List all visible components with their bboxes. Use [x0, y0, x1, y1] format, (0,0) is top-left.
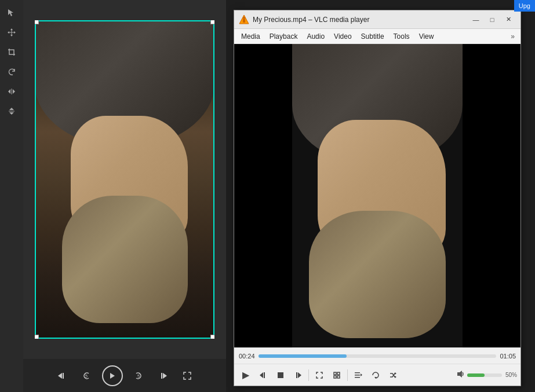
video-letterbox-right — [463, 44, 521, 347]
playback-controls: 5 5 — [23, 359, 226, 392]
svg-marker-26 — [395, 372, 396, 375]
svg-rect-8 — [161, 373, 162, 379]
video-frame-container — [35, 20, 214, 339]
vlc-loop-button[interactable] — [367, 368, 384, 383]
vlc-menubar: Media Playback Audio Video Subtitle Tool… — [234, 29, 521, 44]
vlc-titlebar: My Precious.mp4 – VLC media player — □ ✕ — [234, 10, 521, 29]
svg-rect-14 — [278, 372, 283, 378]
menu-view[interactable]: View — [414, 31, 439, 42]
move-icon[interactable] — [3, 24, 20, 41]
svg-marker-28 — [457, 371, 462, 378]
forward-button[interactable]: 5 — [130, 367, 147, 384]
video-canvas — [23, 0, 226, 359]
svg-text:5: 5 — [85, 374, 88, 378]
menu-media[interactable]: Media — [236, 31, 265, 42]
progress-track[interactable] — [259, 354, 497, 358]
vlc-play-button[interactable]: ▶ — [238, 368, 254, 383]
svg-marker-24 — [361, 373, 362, 376]
rotate-icon[interactable] — [3, 64, 20, 80]
svg-text:5: 5 — [137, 374, 140, 378]
close-button[interactable]: ✕ — [501, 14, 516, 25]
menu-subtitle[interactable]: Subtitle — [356, 31, 389, 42]
vlc-fullscreen-button[interactable] — [311, 368, 327, 383]
total-time: 01:05 — [500, 353, 516, 360]
svg-marker-5 — [110, 373, 115, 379]
volume-area: 50% — [456, 369, 517, 380]
select-icon[interactable] — [3, 5, 20, 21]
upgrade-button[interactable]: Upg — [514, 0, 535, 12]
svg-marker-27 — [395, 376, 396, 378]
vlc-progress-area: 00:24 01:05 — [234, 347, 521, 364]
vlc-playlist-button[interactable] — [350, 368, 366, 383]
vlc-controls: ▶ — [234, 364, 521, 386]
current-time: 00:24 — [239, 353, 255, 360]
separator-2 — [347, 369, 348, 381]
menu-audio[interactable]: Audio — [302, 31, 329, 42]
skip-back-button[interactable] — [53, 367, 71, 384]
video-letterbox-left — [234, 44, 292, 347]
menu-tools[interactable]: Tools — [389, 31, 414, 42]
volume-slider[interactable] — [467, 373, 502, 377]
volume-label: 50% — [505, 372, 517, 378]
progress-fill — [259, 354, 347, 358]
svg-rect-18 — [337, 372, 340, 375]
svg-rect-16 — [296, 372, 297, 378]
vlc-logo-icon — [239, 14, 249, 25]
menu-video[interactable]: Video — [329, 31, 356, 42]
vlc-title: My Precious.mp4 – VLC media player — [253, 16, 468, 24]
svg-rect-1 — [9, 111, 14, 112]
vlc-skip-back-button[interactable] — [255, 368, 271, 383]
svg-rect-17 — [334, 372, 336, 375]
vlc-window-controls: — □ ✕ — [468, 14, 516, 25]
menu-more-icon[interactable]: » — [507, 31, 518, 42]
svg-rect-19 — [334, 376, 336, 378]
video-content — [35, 20, 214, 339]
vlc-video-area — [234, 44, 521, 347]
svg-point-11 — [243, 17, 245, 19]
video-frame — [35, 20, 214, 339]
separator-1 — [308, 369, 309, 381]
skip-forward-button[interactable] — [154, 367, 172, 384]
vlc-window: My Precious.mp4 – VLC media player — □ ✕… — [234, 10, 521, 386]
volume-icon — [456, 369, 465, 380]
svg-marker-15 — [298, 372, 301, 378]
video-content-area — [292, 44, 463, 347]
vlc-skip-forward-button[interactable] — [290, 368, 306, 383]
svg-rect-20 — [337, 376, 340, 378]
svg-rect-13 — [264, 372, 265, 378]
menu-playback[interactable]: Playback — [265, 31, 303, 42]
vlc-stop-button[interactable] — [272, 368, 289, 383]
svg-rect-23 — [355, 377, 360, 378]
crop-icon[interactable] — [3, 44, 20, 60]
svg-rect-10 — [243, 19, 245, 23]
svg-rect-0 — [12, 89, 12, 94]
vlc-extended-button[interactable] — [329, 368, 345, 383]
svg-marker-2 — [58, 373, 62, 379]
left-panel: 5 5 — [0, 0, 226, 392]
svg-rect-3 — [63, 373, 64, 379]
svg-rect-22 — [355, 375, 360, 376]
flip-h-icon[interactable] — [3, 83, 20, 100]
play-pause-button[interactable] — [102, 365, 123, 386]
left-toolbar — [0, 0, 23, 392]
svg-rect-21 — [355, 372, 360, 373]
maximize-button[interactable]: □ — [485, 14, 500, 25]
svg-marker-7 — [163, 373, 167, 379]
volume-fill — [467, 373, 485, 377]
minimize-button[interactable]: — — [468, 14, 483, 25]
rewind-button[interactable]: 5 — [78, 367, 95, 384]
fullscreen-button[interactable] — [179, 367, 196, 384]
vlc-random-button[interactable] — [385, 368, 401, 383]
svg-marker-12 — [260, 372, 263, 378]
flip-v-icon[interactable] — [3, 103, 20, 119]
